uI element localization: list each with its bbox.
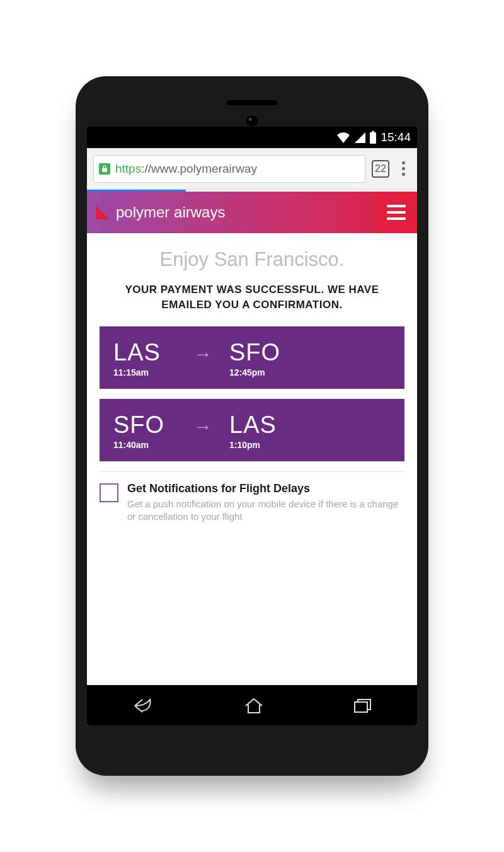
phone-speaker [227,100,277,105]
depart-time: 11:40am [113,440,176,450]
tab-switcher-button[interactable]: 22 [372,160,389,178]
page-content: Enjoy San Francisco. YOUR PAYMENT WAS SU… [87,233,417,685]
svg-rect-1 [372,131,374,132]
notifications-description: Get a push notification on your mobile d… [127,498,404,524]
svg-rect-3 [355,702,367,712]
origin-code: LAS [113,339,176,366]
menu-button[interactable] [375,192,417,233]
origin-code: SFO [113,412,176,439]
notifications-checkbox[interactable] [100,483,118,502]
confirmation-message: YOUR PAYMENT WAS SUCCESSFUL. WE HAVE EMA… [100,282,404,313]
lock-icon [99,163,110,175]
svg-rect-2 [102,168,107,172]
brand-title: polymer airways [116,204,225,221]
battery-icon [369,131,377,144]
brand[interactable]: polymer airways [87,204,375,221]
brand-logo-icon [96,205,110,219]
recent-apps-button[interactable] [353,698,373,714]
flight-card[interactable]: LAS → SFO 11:15am 12:45pm [100,326,404,389]
app-header: polymer airways [87,192,417,233]
divider [100,471,404,472]
browser-toolbar: https://www.polymerairway 22 [87,148,417,190]
url-rest: ://www.polymerairway [141,162,257,176]
android-status-bar: 15:44 [87,127,417,148]
wifi-icon [336,132,350,143]
back-button[interactable] [131,697,155,715]
android-nav-bar [87,685,417,725]
status-time: 15:44 [381,130,411,144]
browser-menu-button[interactable] [396,161,411,176]
home-button[interactable] [243,697,265,715]
arrow-right-icon: → [190,343,215,365]
depart-time: 11:15am [113,367,176,377]
notifications-title: Get Notifications for Flight Delays [127,482,404,495]
destination-code: LAS [229,412,292,439]
svg-rect-0 [370,132,376,144]
arrow-right-icon: → [190,416,215,437]
phone-camera [246,115,258,127]
flight-card[interactable]: SFO → LAS 11:40am 1:10pm [100,399,404,461]
phone-screen: 15:44 https://www.polymerairway 22 polym… [87,127,417,725]
cell-signal-icon [354,132,365,143]
hamburger-icon [387,205,406,207]
arrive-time: 12:45pm [229,367,292,377]
url-bar[interactable]: https://www.polymerairway [93,155,365,183]
phone-frame: 15:44 https://www.polymerairway 22 polym… [76,76,428,776]
url-scheme: https [115,162,141,176]
notifications-option: Get Notifications for Flight Delays Get … [100,482,404,524]
arrive-time: 1:10pm [229,440,292,450]
page-title: Enjoy San Francisco. [100,248,404,271]
destination-code: SFO [229,339,292,366]
